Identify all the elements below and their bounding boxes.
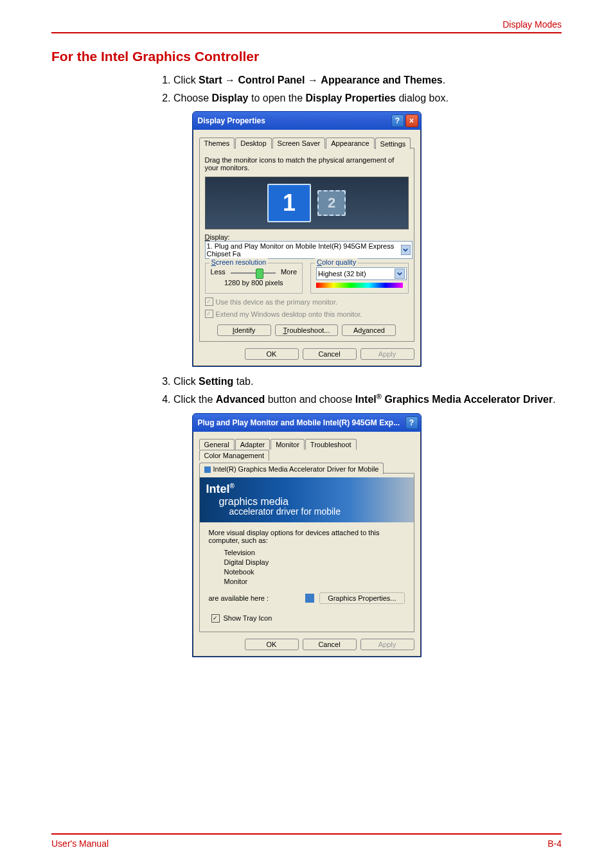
checkbox-icon — [205, 310, 213, 318]
step-4-intel: Intel — [355, 394, 377, 405]
display-label: Display: — [205, 233, 409, 241]
step-1-appearance: Appearance and Themes — [321, 75, 442, 85]
tab-troubleshoot[interactable]: Troubleshoot — [305, 439, 357, 450]
display-select-value: 1. Plug and Play Monitor on Mobile Intel… — [207, 242, 402, 258]
footer-rule — [51, 833, 562, 835]
step-4-mid: button and choose — [265, 394, 355, 405]
banner-line2: graphics media — [206, 496, 407, 508]
less-label: Less — [211, 268, 226, 276]
step-3-end: tab. — [233, 376, 253, 387]
display-select[interactable]: 1. Plug and Play Monitor on Mobile Intel… — [205, 241, 413, 259]
tab-color-management[interactable]: Color Management — [199, 450, 270, 461]
list-item: Notebook — [224, 568, 405, 576]
intel-driver-dialog: Plug and Play Monitor and Mobile Intel(R… — [192, 413, 422, 657]
section-title: For the Intel Graphics Controller — [51, 49, 562, 64]
registered-mark: ® — [377, 393, 382, 400]
list-item: Digital Display — [224, 558, 405, 566]
monitor-arrangement[interactable]: 1 2 — [205, 177, 409, 229]
chevron-down-icon[interactable] — [401, 245, 410, 255]
step-4-advanced: Advanced — [216, 394, 265, 405]
header-rule — [51, 32, 562, 33]
advanced-button[interactable]: Advanced — [342, 324, 396, 336]
step-2-mid: to open the — [249, 93, 306, 103]
instruction-text: Drag the monitor icons to match the phys… — [205, 156, 409, 172]
close-button[interactable]: × — [405, 114, 418, 127]
tab-themes[interactable]: Themes — [199, 137, 235, 148]
step-1-start: Start — [199, 75, 222, 85]
extend-desktop-label: Extend my Windows desktop onto this moni… — [216, 310, 362, 318]
footer-left: User's Manual — [51, 838, 109, 849]
tab-monitor[interactable]: Monitor — [271, 439, 305, 450]
header-right: Display Modes — [51, 19, 562, 30]
cancel-button[interactable]: Cancel — [303, 348, 357, 360]
resolution-value: 1280 by 800 pixels — [211, 279, 298, 287]
tab-adapter[interactable]: Adapter — [235, 439, 271, 450]
display-icon — [305, 594, 314, 603]
step-4: Click the Advanced button and choose Int… — [173, 391, 562, 408]
show-tray-icon-checkbox[interactable]: Show Tray Icon — [211, 614, 405, 623]
tab-intel-driver-label: Intel(R) Graphics Media Accelerator Driv… — [213, 465, 379, 473]
tabs: Themes Desktop Screen Saver Appearance S… — [199, 136, 414, 148]
step-3-setting: Setting — [199, 376, 233, 387]
tab-appearance[interactable]: Appearance — [326, 137, 374, 148]
tabs: General Adapter Monitor Troubleshoot Col… — [199, 438, 414, 473]
slider-thumb[interactable] — [256, 269, 263, 279]
tab-general[interactable]: General — [199, 439, 235, 450]
graphics-properties-button[interactable]: Graphics Properties... — [319, 592, 404, 604]
ok-button[interactable]: OK — [245, 639, 299, 650]
show-tray-label: Show Tray Icon — [224, 614, 272, 622]
dialog-title: Plug and Play Monitor and Mobile Intel(R… — [198, 418, 400, 427]
page-number: B-4 — [547, 838, 562, 849]
intel-logo: Intel® — [206, 483, 407, 496]
apply-button: Apply — [360, 348, 414, 360]
resolution-slider[interactable] — [231, 272, 276, 274]
intel-tab-icon — [204, 466, 211, 473]
step-1: Click Start → Control Panel → Appearance… — [173, 72, 562, 89]
list-item: Monitor — [224, 578, 405, 585]
identify-button[interactable]: Identify — [217, 324, 271, 336]
tab-desktop[interactable]: Desktop — [235, 137, 271, 148]
step-3-pre: Click — [173, 376, 199, 387]
step-2-text: Choose — [173, 93, 212, 103]
checkbox-icon — [205, 297, 213, 306]
tab-intel-driver[interactable]: Intel(R) Graphics Media Accelerator Driv… — [199, 463, 384, 474]
group-title-res: Screen resolution — [209, 258, 269, 266]
troubleshoot-button[interactable]: Troubleshoot... — [275, 324, 339, 336]
help-button[interactable]: ? — [391, 114, 404, 127]
step-1-cp: Control Panel — [238, 75, 305, 85]
footer: User's Manual B-4 — [51, 833, 562, 849]
step-2-end: dialog box. — [396, 93, 449, 103]
step-4-driver: Graphics Media Accelerator Driver — [382, 394, 553, 405]
apply-button: Apply — [360, 639, 414, 650]
titlebar[interactable]: Display Properties ? × — [193, 112, 421, 130]
period: . — [443, 75, 445, 85]
dialog-title: Display Properties — [198, 116, 265, 125]
available-here-label: are available here : — [209, 594, 269, 602]
checkbox-icon[interactable] — [211, 614, 220, 623]
device-list: Television Digital Display Notebook Moni… — [209, 544, 405, 590]
primary-monitor-label: Use this device as the primary monitor. — [216, 298, 338, 306]
step-2-display: Display — [212, 93, 249, 103]
step-2: Choose Display to open the Display Prope… — [173, 90, 562, 107]
tab-screensaver[interactable]: Screen Saver — [272, 137, 326, 148]
step-2-dp: Display Properties — [305, 93, 396, 103]
banner-line3: accelerator driver for mobile — [206, 507, 407, 517]
arrow: → — [305, 75, 321, 85]
arrow: → — [222, 75, 238, 85]
primary-monitor-checkbox: Use this device as the primary monitor. — [205, 297, 409, 306]
intel-banner: Intel® graphics media accelerator driver… — [200, 477, 414, 522]
color-quality-group: Color quality Highest (32 bit) — [310, 263, 409, 294]
monitor-1-icon[interactable]: 1 — [267, 184, 311, 222]
monitor-2-icon[interactable]: 2 — [317, 190, 346, 216]
titlebar[interactable]: Plug and Play Monitor and Mobile Intel(R… — [193, 414, 421, 432]
color-quality-select[interactable]: Highest (32 bit) — [316, 267, 407, 280]
chevron-down-icon[interactable] — [395, 269, 405, 279]
body-text: More visual display options for devices … — [209, 529, 405, 544]
tab-settings[interactable]: Settings — [375, 137, 411, 149]
more-label: More — [281, 268, 297, 276]
ok-button[interactable]: OK — [245, 348, 299, 360]
help-button[interactable]: ? — [405, 416, 418, 429]
display-properties-dialog: Display Properties ? × Themes Desktop Sc… — [192, 111, 422, 367]
color-quality-value: Highest (32 bit) — [318, 270, 366, 278]
cancel-button[interactable]: Cancel — [303, 639, 357, 650]
